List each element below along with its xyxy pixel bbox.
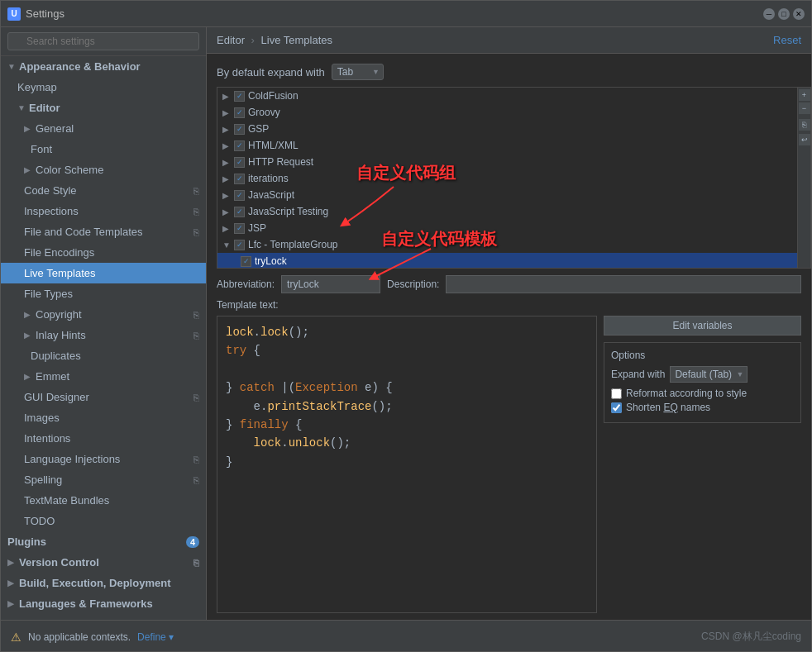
sidebar-item-editor[interactable]: Editor — [1, 98, 206, 118]
sidebar-item-build[interactable]: Build, Execution, Deployment — [1, 573, 206, 593]
tree-item-iterations[interactable]: iterations — [217, 170, 797, 187]
tree-item-javascript-testing[interactable]: JavaScript Testing — [217, 203, 797, 220]
check-trylock[interactable] — [241, 256, 251, 267]
options-expand-select-wrap: Default (Tab) Tab Enter Space ▼ — [670, 366, 748, 383]
tree-arrow-inlay-hints — [24, 331, 32, 340]
sidebar-item-copyright[interactable]: Copyright ⎘ — [1, 304, 206, 325]
tree-item-html-xml[interactable]: HTML/XML — [217, 137, 797, 154]
sidebar-item-images[interactable]: Images — [1, 407, 206, 428]
reformat-row: Reformat according to style — [611, 388, 794, 399]
tree-item-lfc[interactable]: Lfc - TemplateGroup — [217, 236, 797, 253]
sidebar-item-tools[interactable]: Tools — [1, 614, 206, 620]
check-html-xml[interactable] — [234, 140, 245, 151]
abbreviation-input[interactable] — [281, 275, 380, 293]
sidebar-item-plugins[interactable]: Plugins 4 — [1, 531, 206, 552]
template-editor-area: lock.lock(); try { } catch |(Exception e… — [217, 316, 801, 613]
tree-item-trylock[interactable]: tryLock — [217, 253, 797, 268]
sidebar-item-spelling[interactable]: Spelling ⎘ — [1, 469, 206, 490]
template-editor[interactable]: lock.lock(); try { } catch |(Exception e… — [217, 316, 597, 613]
tree-expand-coldfusion — [222, 92, 231, 101]
expand-label: By default expand with — [217, 66, 325, 79]
description-input[interactable] — [446, 275, 801, 293]
check-javascript-testing[interactable] — [234, 207, 245, 217]
check-coldfusion[interactable] — [234, 91, 245, 102]
tree-expand-iterations — [222, 174, 231, 183]
maximize-button[interactable]: □ — [778, 8, 790, 20]
warning-text: No applicable contexts. — [28, 631, 131, 643]
sidebar-item-general[interactable]: General — [1, 118, 206, 139]
warning-icon: ⚠ — [11, 631, 21, 644]
sidebar-item-inlay-hints[interactable]: Inlay Hints ⎘ — [1, 325, 206, 345]
content-area: Editor › Live Templates Reset By default… — [207, 27, 811, 620]
sidebar-item-todo[interactable]: TODO — [1, 511, 206, 531]
sidebar-item-version-control[interactable]: Version Control ⎘ — [1, 552, 206, 573]
minimize-button[interactable]: ─ — [763, 8, 775, 20]
undo-button[interactable]: ↩ — [799, 134, 810, 145]
shorten-checkbox[interactable] — [611, 402, 622, 413]
sidebar-item-file-encodings[interactable]: File Encodings — [1, 242, 206, 263]
tree-expand-http-request — [222, 158, 231, 167]
remove-template-button[interactable]: − — [799, 102, 810, 114]
edit-variables-button[interactable]: Edit variables — [604, 316, 801, 336]
main-layout: 🔍 Appearance & Behavior Keymap Editor — [1, 27, 811, 620]
reformat-checkbox[interactable] — [611, 388, 622, 399]
sidebar-item-font[interactable]: Font — [1, 139, 206, 159]
template-text-label-row: Template text: — [217, 298, 801, 311]
sidebar-item-file-code-templates[interactable]: File and Code Templates ⎘ — [1, 221, 206, 242]
tree-item-http-request[interactable]: HTTP Request — [217, 154, 797, 170]
close-button[interactable]: ✕ — [793, 8, 805, 20]
sidebar-item-keymap[interactable]: Keymap — [1, 77, 206, 98]
sidebar-item-color-scheme[interactable]: Color Scheme — [1, 159, 206, 180]
expand-select[interactable]: Tab Enter Space — [332, 64, 384, 80]
tree-item-javascript[interactable]: JavaScript — [217, 187, 797, 203]
shorten-row: Shorten EQ names — [611, 402, 794, 413]
breadcrumb: Editor › Live Templates — [217, 34, 332, 46]
tree-item-groovy[interactable]: Groovy — [217, 104, 797, 121]
content-header: Editor › Live Templates Reset — [207, 27, 811, 54]
app-icon: U — [7, 7, 21, 21]
sidebar-item-appearance-behavior[interactable]: Appearance & Behavior — [1, 56, 206, 77]
define-link[interactable]: Define ▾ — [137, 631, 174, 643]
tree-item-coldfusion[interactable]: ColdFusion — [217, 88, 797, 104]
tree-expand-html-xml — [222, 141, 231, 150]
sidebar-item-intentions[interactable]: Intentions — [1, 428, 206, 449]
tree-arrow-editor — [17, 103, 26, 112]
check-groovy[interactable] — [234, 107, 245, 118]
sidebar-item-file-types[interactable]: File Types — [1, 283, 206, 304]
copy-template-button[interactable]: ⎘ — [799, 119, 810, 131]
sidebar-item-textmate-bundles[interactable]: TextMate Bundles — [1, 490, 206, 511]
expand-row: By default expand with Tab Enter Space ▼ — [207, 60, 811, 87]
sidebar-item-language-injections[interactable]: Language Injections ⎘ — [1, 449, 206, 469]
search-box: 🔍 — [1, 27, 206, 56]
check-http-request[interactable] — [234, 157, 245, 168]
expand-select-wrap: Tab Enter Space ▼ — [332, 64, 384, 80]
sidebar-item-duplicates[interactable]: Duplicates — [1, 345, 206, 366]
footer: ⚠ No applicable contexts. Define ▾ CSDN … — [1, 620, 811, 652]
check-iterations[interactable] — [234, 174, 245, 184]
check-jsp[interactable] — [234, 223, 245, 234]
sidebar-item-code-style[interactable]: Code Style ⎘ — [1, 180, 206, 201]
sidebar-item-gui-designer[interactable]: GUI Designer ⎘ — [1, 387, 206, 407]
tree-item-jsp[interactable]: JSP — [217, 220, 797, 236]
check-javascript[interactable] — [234, 190, 245, 201]
window-title: Settings — [26, 7, 64, 20]
options-expand-select[interactable]: Default (Tab) Tab Enter Space — [670, 366, 748, 383]
tree-arrow-general — [24, 124, 32, 133]
search-input[interactable] — [7, 32, 199, 50]
check-lfc[interactable] — [234, 240, 245, 250]
bottom-section: Abbreviation: Description: Template text… — [207, 269, 811, 620]
abbreviation-row: Abbreviation: Description: — [217, 275, 801, 293]
tree-item-gsp[interactable]: GSP — [217, 121, 797, 137]
sidebar-item-inspections[interactable]: Inspections ⎘ — [1, 201, 206, 221]
check-gsp[interactable] — [234, 124, 245, 135]
tree-expand-jsp — [222, 224, 231, 233]
tree-arrow-languages — [7, 599, 16, 608]
reset-button[interactable]: Reset — [773, 34, 801, 46]
watermark: CSDN @林凡尘coding — [701, 630, 801, 644]
sidebar-item-emmet[interactable]: Emmet — [1, 366, 206, 387]
copy-icon-code-style: ⎘ — [193, 186, 199, 196]
sidebar-item-live-templates[interactable]: Live Templates — [1, 263, 206, 283]
add-template-button[interactable]: + — [799, 89, 810, 101]
sidebar-item-languages-frameworks[interactable]: Languages & Frameworks — [1, 593, 206, 614]
tree-arrow-emmet — [24, 372, 32, 381]
